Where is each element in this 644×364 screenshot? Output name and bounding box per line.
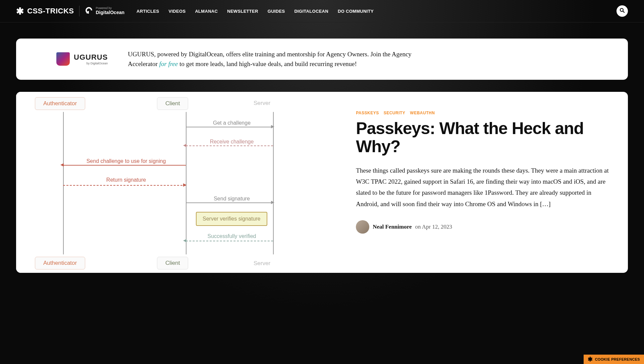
- tag-passkeys[interactable]: PASSKEYS: [356, 111, 379, 115]
- article-diagram: Authenticator Client Server Get a challe…: [16, 92, 353, 273]
- msg-get-challenge: Get a challenge: [191, 120, 273, 126]
- main-nav: ARTICLES VIDEOS ALMANAC NEWSLETTER GUIDE…: [137, 9, 374, 14]
- arrowhead-icon: [183, 183, 186, 187]
- nav-digitalocean[interactable]: DIGITALOCEAN: [294, 9, 328, 14]
- msg-return-signature: Return signature: [66, 177, 186, 183]
- tag-security[interactable]: SECURITY: [384, 111, 406, 115]
- svg-line-3: [623, 11, 625, 13]
- lane-authenticator-bottom: Authenticator: [35, 257, 85, 269]
- powered-by-name: DigitalOcean: [96, 10, 124, 15]
- brand-name: CSS-TRICKS: [27, 7, 74, 15]
- ugurus-name: UGURUS: [74, 53, 108, 62]
- lane-client-top: Client: [157, 97, 188, 110]
- nav-do-community[interactable]: DO COMMUNITY: [338, 9, 374, 14]
- nav-almanac[interactable]: ALMANAC: [195, 9, 218, 14]
- author-name[interactable]: Neal Fennimore: [373, 224, 412, 230]
- arrow-send-signature: [186, 202, 273, 203]
- article-content: PASSKEYS SECURITY WEBAUTHN Passkeys: Wha…: [353, 92, 628, 273]
- promo-copy: UGURUS, powered by DigitalOcean, offers …: [128, 49, 436, 69]
- lifeline-server: [273, 112, 274, 254]
- msg-server-verifies: Server verifies signature: [196, 212, 267, 226]
- article-tags: PASSKEYS SECURITY WEBAUTHN: [356, 111, 612, 115]
- arrowhead-icon: [271, 201, 274, 204]
- lifeline-authenticator: [63, 112, 64, 254]
- nav-newsletter[interactable]: NEWSLETTER: [227, 9, 258, 14]
- article-excerpt: These things called passkeys sure are ma…: [356, 165, 612, 209]
- digitalocean-logo[interactable]: Powered by DigitalOcean: [85, 6, 124, 16]
- arrowhead-icon: [183, 144, 186, 147]
- lane-client-bottom: Client: [157, 257, 188, 269]
- site-header: ✱ CSS-TRICKS Powered by DigitalOcean ART…: [0, 0, 644, 22]
- lane-authenticator-top: Authenticator: [35, 97, 85, 110]
- promo-banner[interactable]: UGURUS by DigitalOcean UGURUS, powered b…: [16, 39, 628, 80]
- nav-videos[interactable]: VIDEOS: [168, 9, 185, 14]
- promo-text-after: to get more leads, land high-value deals…: [178, 60, 357, 67]
- msg-receive-challenge: Receive challenge: [191, 139, 273, 145]
- nav-guides[interactable]: GUIDES: [268, 9, 285, 14]
- search-button[interactable]: [616, 5, 628, 17]
- cookie-preferences-button[interactable]: ✱ COOKIE PREFERENCES: [584, 355, 644, 364]
- author-avatar[interactable]: [356, 220, 369, 234]
- msg-send-challenge: Send challenge to use for signing: [66, 158, 186, 164]
- author-row: Neal Fennimore on Apr 12, 2023: [356, 220, 612, 234]
- cookie-preferences-label: COOKIE PREFERENCES: [595, 357, 640, 361]
- asterisk-icon: ✱: [588, 358, 593, 361]
- lane-server-top: Server: [246, 97, 278, 109]
- author-date: on Apr 12, 2023: [415, 224, 452, 230]
- arrow-receive-challenge: [186, 145, 273, 146]
- arrow-successfully-verified: [186, 241, 273, 241]
- article-card: Authenticator Client Server Get a challe…: [16, 92, 628, 273]
- article-title[interactable]: Passkeys: What the Heck and Why?: [356, 119, 612, 156]
- promo-for-free-link[interactable]: for free: [159, 60, 178, 67]
- arrow-send-challenge: [63, 165, 186, 166]
- divider: [79, 6, 79, 16]
- ugurus-byline: by DigitalOcean: [87, 62, 108, 65]
- svg-point-2: [620, 8, 623, 11]
- arrowhead-icon: [271, 125, 274, 128]
- arrow-get-challenge: [186, 127, 273, 127]
- ugurus-logo: UGURUS by DigitalOcean: [30, 52, 108, 66]
- brand-group[interactable]: ✱ CSS-TRICKS: [16, 6, 74, 17]
- ugurus-icon: [56, 52, 70, 66]
- svg-rect-0: [88, 11, 89, 12]
- msg-successfully-verified: Successfully verified: [191, 233, 273, 239]
- lane-server-bottom: Server: [246, 257, 278, 269]
- arrow-return-signature: [63, 185, 186, 186]
- arrowhead-icon: [60, 163, 64, 167]
- nav-articles[interactable]: ARTICLES: [137, 9, 159, 14]
- search-icon: [619, 7, 625, 15]
- tag-webauthn[interactable]: WEBAUTHN: [410, 111, 435, 115]
- svg-rect-1: [87, 12, 88, 13]
- msg-send-signature: Send signature: [191, 196, 273, 202]
- arrowhead-icon: [183, 239, 186, 242]
- asterisk-icon: ✱: [16, 6, 24, 17]
- digitalocean-icon: [85, 6, 93, 16]
